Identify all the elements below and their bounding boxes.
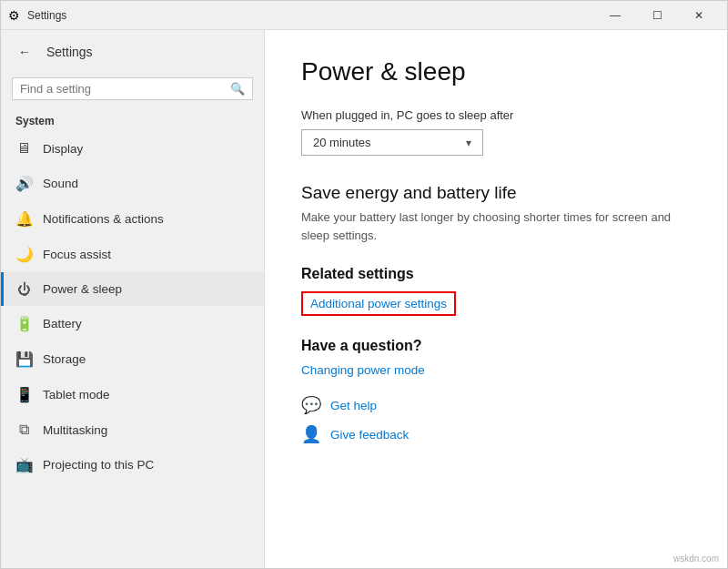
settings-icon: ⚙ [8, 8, 20, 23]
sidebar-item-sound[interactable]: 🔊 Sound [1, 166, 264, 201]
sidebar-item-label-notifications: Notifications & actions [43, 212, 164, 226]
have-question-title: Have a question? [301, 338, 691, 354]
give-feedback-link[interactable]: 👤 Give feedback [301, 424, 691, 444]
sidebar-item-projecting[interactable]: 📺 Projecting to this PC [1, 447, 264, 483]
additional-power-settings-link[interactable]: Additional power settings [301, 291, 456, 316]
give-feedback-icon: 👤 [301, 424, 321, 444]
title-bar-title: Settings [27, 9, 66, 22]
focus-icon: 🌙 [15, 246, 32, 263]
tablet-icon: 📱 [15, 386, 32, 403]
help-links: 💬 Get help 👤 Give feedback [301, 395, 691, 444]
search-input[interactable] [20, 82, 225, 96]
save-energy-section: Save energy and battery life Make your b… [301, 183, 691, 244]
title-bar-left: ⚙ Settings [1, 8, 66, 23]
page-title: Power & sleep [301, 57, 691, 86]
related-settings-title: Related settings [301, 266, 691, 282]
projecting-icon: 📺 [15, 456, 32, 473]
sound-icon: 🔊 [15, 175, 32, 192]
dropdown-label: When plugged in, PC goes to sleep after [301, 108, 691, 122]
sidebar-item-power[interactable]: ⏻ Power & sleep [1, 272, 264, 306]
sidebar-item-label-focus: Focus assist [43, 248, 111, 261]
minimize-button[interactable]: — [594, 1, 636, 30]
content-area: ← Settings 🔍 System 🖥 Display 🔊 Sound 🔔 … [1, 30, 727, 568]
battery-icon: 🔋 [15, 315, 32, 332]
sidebar-item-label-display: Display [43, 142, 83, 156]
sidebar-item-storage[interactable]: 💾 Storage [1, 341, 264, 377]
sidebar-nav-top: ← Settings [1, 30, 264, 74]
sidebar-app-title: Settings [46, 45, 93, 59]
multitasking-icon: ⧉ [15, 422, 32, 438]
search-icon: 🔍 [230, 82, 245, 96]
main-content: Power & sleep When plugged in, PC goes t… [265, 30, 727, 568]
maximize-button[interactable]: ☐ [636, 1, 678, 30]
sidebar-item-tablet[interactable]: 📱 Tablet mode [1, 377, 264, 412]
back-button[interactable]: ← [12, 39, 37, 65]
save-energy-description: Make your battery last longer by choosin… [301, 208, 691, 244]
sidebar-item-notifications[interactable]: 🔔 Notifications & actions [1, 201, 264, 237]
sidebar-item-label-projecting: Projecting to this PC [43, 458, 154, 472]
storage-icon: 💾 [15, 351, 32, 368]
changing-power-mode-link[interactable]: Changing power mode [301, 363, 691, 377]
get-help-link[interactable]: 💬 Get help [301, 395, 691, 415]
sidebar-item-label-power: Power & sleep [43, 282, 122, 296]
search-box[interactable]: 🔍 [12, 77, 253, 100]
notifications-icon: 🔔 [15, 210, 32, 228]
sidebar-item-label-sound: Sound [43, 177, 78, 190]
get-help-icon: 💬 [301, 395, 321, 415]
sidebar-item-battery[interactable]: 🔋 Battery [1, 306, 264, 341]
title-bar-controls: — ☐ ✕ [594, 1, 720, 30]
sidebar-item-label-tablet: Tablet mode [43, 388, 110, 401]
have-question-section: Have a question? Changing power mode [301, 338, 691, 377]
sidebar: ← Settings 🔍 System 🖥 Display 🔊 Sound 🔔 … [1, 30, 265, 568]
settings-window: ⚙ Settings — ☐ ✕ ← Settings 🔍 System 🖥 D… [0, 0, 728, 569]
related-settings-section: Related settings Additional power settin… [301, 266, 691, 316]
sidebar-section-title: System [1, 107, 264, 131]
give-feedback-label: Give feedback [330, 428, 409, 442]
get-help-label: Get help [330, 399, 377, 412]
sidebar-item-focus[interactable]: 🌙 Focus assist [1, 237, 264, 272]
close-button[interactable]: ✕ [678, 1, 720, 30]
save-energy-title: Save energy and battery life [301, 183, 691, 203]
sidebar-item-multitasking[interactable]: ⧉ Multitasking [1, 412, 264, 447]
sleep-dropdown[interactable]: 20 minutes ▾ [301, 129, 483, 156]
sidebar-item-label-multitasking: Multitasking [43, 423, 107, 437]
chevron-down-icon: ▾ [466, 137, 471, 149]
display-icon: 🖥 [15, 140, 32, 157]
title-bar: ⚙ Settings — ☐ ✕ [1, 1, 727, 30]
sidebar-item-label-battery: Battery [43, 317, 82, 330]
power-icon: ⏻ [15, 281, 32, 297]
sidebar-item-label-storage: Storage [43, 352, 86, 366]
sleep-dropdown-value: 20 minutes [313, 136, 371, 149]
sidebar-item-display[interactable]: 🖥 Display [1, 131, 264, 166]
